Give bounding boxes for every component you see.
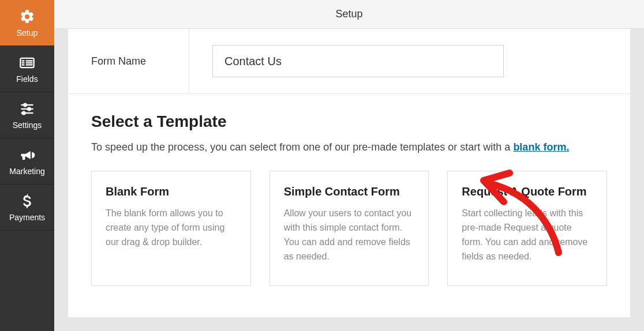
dollar-icon (19, 193, 35, 209)
svg-point-8 (24, 103, 27, 106)
sidebar-item-setup[interactable]: Setup (0, 0, 54, 46)
main-panel: Setup Form Name Select a Template (54, 0, 644, 331)
list-icon (19, 55, 35, 71)
page-title: Setup (335, 8, 362, 20)
template-title: Blank Form (106, 185, 237, 198)
blank-form-link[interactable]: blank form. (513, 141, 569, 153)
svg-point-10 (28, 107, 31, 110)
template-desc: The blank form allows you to create any … (106, 206, 237, 249)
section-heading: Select a Template (91, 112, 607, 131)
form-name-row: Form Name (68, 29, 630, 94)
form-name-label: Form Name (91, 55, 146, 67)
template-title: Request A Quote Form (462, 185, 593, 198)
sidebar-item-payments[interactable]: Payments (0, 185, 54, 231)
sliders-icon (19, 101, 35, 117)
sidebar-item-label: Fields (16, 74, 38, 84)
section-lead: To speed up the process, you can select … (91, 140, 607, 155)
template-card-request-quote[interactable]: Request A Quote Form Start collecting le… (447, 171, 607, 286)
sidebar-item-marketing[interactable]: Marketing (0, 138, 54, 185)
sidebar: Setup Fields Settings Marketing Payments (0, 0, 54, 331)
sidebar-item-fields[interactable]: Fields (0, 46, 54, 92)
bullhorn-icon (19, 147, 35, 163)
page-header: Setup (54, 0, 644, 29)
form-name-input[interactable] (212, 45, 504, 77)
template-desc: Start collecting leads with this pre-mad… (462, 206, 593, 264)
sidebar-item-label: Setup (17, 28, 38, 37)
template-section: Select a Template To speed up the proces… (68, 94, 630, 304)
sidebar-item-settings[interactable]: Settings (0, 92, 54, 138)
template-title: Simple Contact Form (284, 185, 415, 198)
sidebar-item-label: Settings (13, 121, 42, 130)
template-card-blank[interactable]: Blank Form The blank form allows you to … (91, 171, 251, 286)
sidebar-item-label: Payments (9, 213, 45, 222)
template-card-simple-contact[interactable]: Simple Contact Form Allow your users to … (269, 171, 429, 286)
template-desc: Allow your users to contact you with thi… (284, 206, 415, 264)
svg-point-12 (23, 111, 25, 114)
template-grid: Blank Form The blank form allows you to … (91, 171, 607, 286)
gear-icon (19, 9, 35, 25)
sidebar-item-label: Marketing (9, 167, 44, 176)
